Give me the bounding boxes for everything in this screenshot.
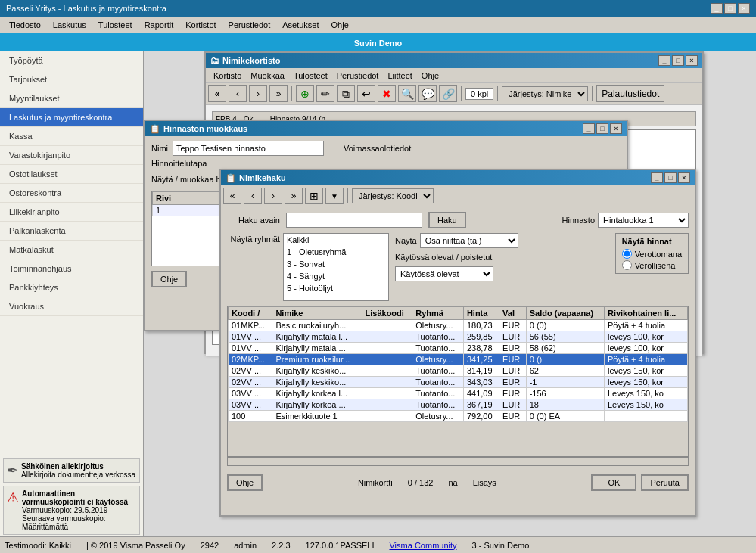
edit-button[interactable]: ✏ — [316, 85, 334, 102]
hinnaston-maximize[interactable]: □ — [596, 123, 608, 134]
nav-first-button[interactable]: « — [208, 85, 226, 102]
jarjestys-dropdown[interactable]: Järjestys: Nimike — [502, 86, 588, 101]
sidebar-item-ostoreskontra[interactable]: Ostoreskontra — [0, 184, 143, 203]
radio-verollisena[interactable]: Verollisena — [622, 260, 682, 270]
listbox-item-kaikki[interactable]: Kaikki — [284, 234, 388, 246]
th-val[interactable]: Val — [499, 307, 527, 320]
table-row[interactable]: 02VV ...Kirjahylly keskiko...Tuotanto...… — [229, 377, 688, 388]
table-row[interactable]: 01VV ...Kirjahylly matala ...Tuotanto...… — [229, 343, 688, 354]
nk-menu-kortisto[interactable]: Kortisto — [209, 70, 246, 81]
nk-menu-perustiedot[interactable]: Perustiedot — [332, 70, 384, 81]
sidebar-item-tarjoukset[interactable]: Tarjoukset — [0, 70, 143, 89]
menu-tiedosto[interactable]: Tiedosto — [3, 19, 47, 31]
hinnaston-close[interactable]: × — [610, 123, 622, 134]
h-scrollbar[interactable] — [227, 457, 689, 466]
nk-menu-ohje[interactable]: Ohje — [417, 70, 443, 81]
nh-nav-last[interactable]: » — [285, 188, 303, 204]
nimikehaku-ohje-btn[interactable]: Ohje — [227, 474, 263, 491]
nayta-ryhmat-listbox[interactable]: Kaikki 1 - Oletusryhmä 3 - Sohvat 4 - Sä… — [283, 233, 389, 301]
maximize-button[interactable]: □ — [724, 3, 736, 14]
sidebar-item-palkanlaskenta[interactable]: Palkanlaskenta — [0, 222, 143, 241]
visma-community-link[interactable]: Visma Community — [389, 541, 456, 550]
hinnaston-ohje-btn[interactable]: Ohje — [151, 271, 187, 287]
menu-laskutus[interactable]: Laskutus — [47, 19, 92, 31]
sidebar-item-vuokraus[interactable]: Vuokraus — [0, 297, 143, 316]
sidebar-item-tyopoyta[interactable]: Työpöytä — [0, 51, 143, 70]
menu-tulosteet[interactable]: Tulosteet — [92, 19, 138, 31]
chat-button[interactable]: 💬 — [418, 85, 437, 102]
listbox-item-5[interactable]: 5 - Hoitoöljyt — [284, 282, 388, 294]
nimikehaku-ok-btn[interactable]: OK — [591, 474, 636, 491]
sidebar-item-myyntilaukset[interactable]: Myyntilaukset — [0, 89, 143, 108]
nav-last-button[interactable]: » — [269, 85, 288, 102]
menu-perustiedot[interactable]: Perustiedot — [222, 19, 277, 31]
sidebar-item-liikekirjanpito[interactable]: Liikekirjanpito — [0, 203, 143, 222]
nimikekortisto-maximize[interactable]: □ — [672, 55, 684, 66]
menu-raportit[interactable]: Raportit — [138, 19, 180, 31]
hinnasto-select[interactable]: Hintaluokka 1 — [598, 213, 689, 228]
sidebar-item-toiminnanohjaus[interactable]: Toiminnanohjaus — [0, 259, 143, 278]
th-koodi[interactable]: Koodi / — [229, 307, 272, 320]
nimikekortisto-minimize[interactable]: _ — [658, 55, 670, 66]
nayta-select[interactable]: Osa niittää (tai) — [420, 233, 518, 248]
listbox-item-4[interactable]: 4 - Sängyt — [284, 270, 388, 282]
nav-prev-button[interactable]: ‹ — [229, 85, 247, 102]
th-nimike[interactable]: Nimike — [272, 307, 362, 320]
haku-button[interactable]: Haku — [428, 212, 466, 228]
kaytossa-select[interactable]: Käytössä olevat — [395, 266, 493, 281]
nav-next-button[interactable]: › — [249, 85, 267, 102]
table-row[interactable]: 01MKP...Basic ruokailuryh...Oletusry...1… — [229, 320, 688, 331]
hakuavain-input[interactable] — [286, 213, 422, 228]
table-row[interactable]: 02MKP...Premium ruokailur...Oletusry...3… — [229, 354, 688, 365]
search-button[interactable]: 🔍 — [398, 85, 416, 102]
menu-ohje[interactable]: Ohje — [325, 19, 355, 31]
table-row[interactable]: 100Esimerkkituote 1Oletusry...792,00EUR0… — [229, 411, 688, 422]
attach-button[interactable]: 🔗 — [439, 85, 457, 102]
sidebar-item-matkalaskut[interactable]: Matkalaskut — [0, 241, 143, 259]
sidebar-item-laskutus[interactable]: Laskutus ja myyntireskontra — [0, 108, 143, 127]
sahkoinen-allekirjoitus-banner[interactable]: ✒ Sähköinen allekirjoitus Allekirjoita d… — [3, 458, 140, 483]
nimikehaku-peruuta-btn[interactable]: Peruuta — [641, 474, 689, 491]
sidebar-item-kassa[interactable]: Kassa — [0, 127, 143, 146]
th-ryhma[interactable]: Ryhmä — [412, 307, 464, 320]
nh-nav-first[interactable]: « — [223, 188, 241, 204]
nh-nav-next[interactable]: › — [264, 188, 282, 204]
radio-verottomana[interactable]: Verottomana — [622, 249, 682, 259]
nimi-input[interactable] — [173, 141, 324, 156]
sidebar-item-varasto[interactable]: Varastokirjanpito — [0, 146, 143, 165]
table-row[interactable]: 01VV ...Kirjahylly matala l...Tuotanto..… — [229, 331, 688, 343]
menu-kortistot[interactable]: Kortistot — [179, 19, 222, 31]
th-rivikoh[interactable]: Rivikohtainen li... — [604, 307, 687, 320]
varmuuskopio-banner[interactable]: ⚠ Automaattinen varmuuskopiointi ei käyt… — [3, 486, 140, 535]
table-row[interactable]: 02VV ...Kirjahylly keskiko...Tuotanto...… — [229, 365, 688, 377]
minimize-button[interactable]: _ — [711, 3, 723, 14]
nimikehaku-minimize[interactable]: _ — [651, 172, 663, 183]
listbox-item-3[interactable]: 3 - Sohvat — [284, 258, 388, 270]
nh-grid-btn[interactable]: ⊞ — [305, 188, 323, 204]
table-row[interactable]: 03VV ...Kirjahylly korkea ...Tuotanto...… — [229, 399, 688, 411]
nimikehaku-maximize[interactable]: □ — [664, 172, 677, 183]
nk-menu-muokkaa[interactable]: Muokkaa — [246, 70, 289, 81]
table-row[interactable]: 03VV ...Kirjahylly korkea l...Tuotanto..… — [229, 388, 688, 399]
close-button[interactable]: × — [738, 3, 750, 14]
sidebar-item-pankkiyhteys[interactable]: Pankkiyhteys — [0, 278, 143, 297]
nk-menu-liitteet[interactable]: Liitteet — [383, 70, 416, 81]
nimikehaku-table-container[interactable]: Koodi / Nimike Lisäkoodi Ryhmä Hinta Val… — [227, 306, 689, 457]
th-saldo[interactable]: Saldo (vapaana) — [526, 307, 604, 320]
sidebar-item-ostotilaukset[interactable]: Ostotilaukset — [0, 165, 143, 184]
undo-button[interactable]: ↩ — [357, 85, 375, 102]
palautustiedot-button[interactable]: Palautustiedot — [596, 85, 664, 102]
th-lisakoodi[interactable]: Lisäkoodi — [362, 307, 412, 320]
hinnaston-minimize[interactable]: _ — [583, 123, 595, 134]
nh-nav-prev[interactable]: ‹ — [244, 188, 262, 204]
menu-asetukset[interactable]: Asetukset — [276, 19, 325, 31]
delete-button[interactable]: ✖ — [378, 85, 396, 102]
nimikekortisto-close[interactable]: × — [686, 55, 698, 66]
nk-menu-tulosteet[interactable]: Tulosteet — [289, 70, 332, 81]
nh-grid-dropdown[interactable]: ▼ — [325, 188, 344, 204]
nh-jarjestys-dropdown[interactable]: Järjestys: Koodi — [352, 188, 434, 203]
add-button[interactable]: ⊕ — [296, 85, 314, 102]
th-hinta[interactable]: Hinta — [463, 307, 499, 320]
copy-button[interactable]: ⧉ — [337, 85, 355, 102]
nimikehaku-close[interactable]: × — [678, 172, 690, 183]
